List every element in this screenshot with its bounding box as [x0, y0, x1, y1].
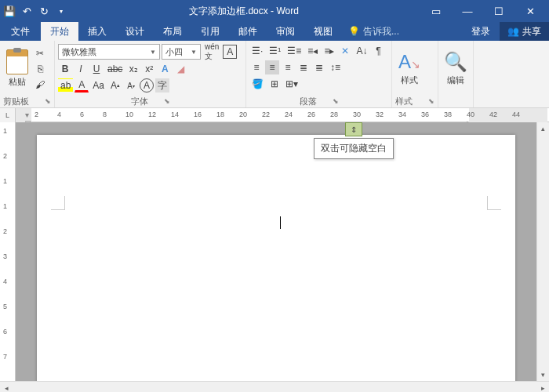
align-left-icon[interactable]: ≡ [249, 60, 264, 74]
superscript-button[interactable]: x² [142, 62, 156, 76]
decrease-indent-icon[interactable]: ≡◂ [305, 44, 320, 58]
ruler-tick: 40 [467, 111, 474, 118]
undo-icon[interactable]: ↶ [20, 5, 33, 17]
multilevel-list-icon[interactable]: ☰≡ [285, 44, 304, 58]
cut-icon[interactable]: ✂ [33, 46, 47, 60]
char-border-icon[interactable]: A [223, 45, 237, 59]
paragraph-launcher-icon[interactable]: ⬊ [333, 97, 339, 105]
styles-button[interactable]: A↘ 样式 [395, 42, 424, 95]
tab-insert[interactable]: 插入 [78, 22, 116, 41]
vruler-tick: 7 [3, 353, 7, 361]
paste-button[interactable]: 粘贴 [3, 42, 31, 95]
vruler-tick: 5 [3, 303, 7, 310]
editing-button[interactable]: 🔍 编辑 [442, 42, 470, 95]
shading-icon[interactable]: 🪣 [249, 77, 266, 91]
horizontal-ruler[interactable]: L ▽ ▾ △ 24681012141618202224262830323436… [0, 108, 549, 122]
borders-icon[interactable]: ⊞ [267, 77, 282, 91]
vertical-scrollbar[interactable]: ▴ ▾ [536, 122, 549, 381]
enclose-char-icon[interactable]: A [140, 78, 154, 93]
document-viewport[interactable]: ⇕ 双击可隐藏空白 [16, 122, 536, 381]
hide-whitespace-tooltip: ⇕ 双击可隐藏空白 [314, 122, 394, 159]
styles-launcher-icon[interactable]: ⬊ [428, 97, 434, 105]
copy-icon[interactable]: ⎘ [33, 62, 47, 76]
clear-format-icon[interactable]: ◢ [173, 62, 187, 76]
styles-btn-label: 样式 [401, 74, 418, 86]
highlight-icon[interactable]: ab [58, 78, 73, 93]
editing-btn-label: 编辑 [447, 74, 464, 86]
font-color-icon[interactable]: A [75, 78, 89, 93]
share-button[interactable]: 👥 共享 [500, 22, 549, 41]
scroll-right-icon[interactable]: ▸ [536, 384, 549, 392]
scroll-down-icon[interactable]: ▾ [537, 368, 549, 381]
tab-selector[interactable]: L [0, 108, 16, 122]
group-paragraph: ☰· ☰¹ ☰≡ ≡◂ ≡▸ ✕ A↓ ¶ ≡ ≡ ≡ ≣ ≣ ↕≡ 🪣 ⊞ ⊞… [246, 41, 392, 107]
ruler-tick: 32 [376, 111, 384, 118]
align-center-icon[interactable]: ≡ [265, 60, 279, 74]
show-marks-icon[interactable]: ¶ [371, 44, 385, 58]
close-icon[interactable]: ✕ [514, 0, 546, 22]
grow-font-icon[interactable]: A▴ [108, 78, 122, 93]
ruler-tick: 34 [398, 111, 406, 118]
hide-whitespace-icon[interactable]: ⇕ [345, 122, 362, 136]
align-right-icon[interactable]: ≡ [281, 60, 295, 74]
ruler-tick: 26 [307, 111, 315, 118]
scroll-up-icon[interactable]: ▴ [537, 122, 549, 135]
tab-file[interactable]: 文件 [0, 22, 41, 41]
qat-dropdown-icon[interactable]: ▾ [55, 5, 67, 17]
snap-to-grid-icon[interactable]: ⊞▾ [283, 77, 300, 91]
tab-view[interactable]: 视图 [304, 22, 342, 41]
vruler-tick: 3 [3, 252, 7, 260]
horizontal-scrollbar[interactable]: ◂ ▸ [0, 381, 549, 392]
tab-review[interactable]: 审阅 [267, 22, 304, 41]
line-spacing-icon[interactable]: ↕≡ [328, 60, 343, 74]
tooltip-text: 双击可隐藏空白 [314, 138, 394, 159]
increase-indent-icon[interactable]: ≡▸ [322, 44, 336, 58]
tab-layout[interactable]: 布局 [154, 22, 191, 41]
chevron-down-icon: ▼ [150, 49, 156, 56]
font-launcher-icon[interactable]: ⬊ [164, 97, 170, 105]
ribbon-options-icon[interactable]: ▭ [420, 0, 452, 22]
ruler-tick: 8 [103, 111, 107, 118]
sort-icon[interactable]: A↓ [354, 44, 369, 58]
ruler-tick: 2 [35, 111, 38, 118]
shrink-font-icon[interactable]: A▾ [124, 78, 138, 93]
tab-design[interactable]: 设计 [116, 22, 154, 41]
paste-label: 粘贴 [9, 76, 26, 88]
maximize-icon[interactable]: ☐ [483, 0, 514, 22]
ruler-tick: 22 [262, 111, 270, 118]
minimize-icon[interactable]: — [452, 0, 483, 22]
tab-home[interactable]: 开始 [41, 22, 78, 41]
distributed-icon[interactable]: ≣ [312, 60, 326, 74]
clipboard-launcher-icon[interactable]: ⬊ [45, 97, 51, 105]
document-page[interactable] [37, 135, 515, 381]
subscript-button[interactable]: x₂ [126, 62, 140, 76]
strikethrough-button[interactable]: abc [105, 62, 125, 76]
scroll-left-icon[interactable]: ◂ [0, 384, 13, 392]
bullets-icon[interactable]: ☰· [249, 44, 265, 58]
ruler-tick: 6 [80, 111, 84, 118]
vertical-ruler[interactable]: 1211234567 [0, 122, 16, 381]
change-case-button[interactable]: Aa [90, 78, 107, 93]
font-size-combo[interactable]: 小四▼ [162, 44, 201, 60]
tell-me[interactable]: 💡 告诉我... [342, 22, 405, 41]
underline-button[interactable]: U [89, 62, 104, 76]
save-icon[interactable]: 💾 [3, 5, 16, 17]
tab-mailings[interactable]: 邮件 [229, 22, 267, 41]
italic-button[interactable]: I [74, 62, 88, 76]
phonetic-guide-icon[interactable]: wén文 [202, 45, 221, 59]
char-shading-icon[interactable]: 字 [155, 78, 169, 93]
tab-references[interactable]: 引用 [191, 22, 229, 41]
group-font: 微软雅黑▼ 小四▼ wén文 A B I U abc x₂ x² A ◢ ab … [55, 41, 246, 107]
font-name-combo[interactable]: 微软雅黑▼ [58, 44, 160, 60]
work-area: 1211234567 ⇕ 双击可隐藏空白 ▴ ▾ [0, 122, 549, 381]
redo-icon[interactable]: ↻ [38, 5, 50, 17]
share-label: 共享 [522, 25, 541, 38]
numbering-icon[interactable]: ☰¹ [267, 44, 283, 58]
text-effects-icon[interactable]: A [158, 62, 172, 76]
asian-layout-icon[interactable]: ✕ [338, 44, 352, 58]
justify-icon[interactable]: ≣ [296, 60, 311, 74]
login-button[interactable]: 登录 [462, 22, 500, 41]
format-painter-icon[interactable]: 🖌 [33, 78, 47, 92]
editing-label [442, 95, 470, 107]
bold-button[interactable]: B [58, 62, 72, 76]
